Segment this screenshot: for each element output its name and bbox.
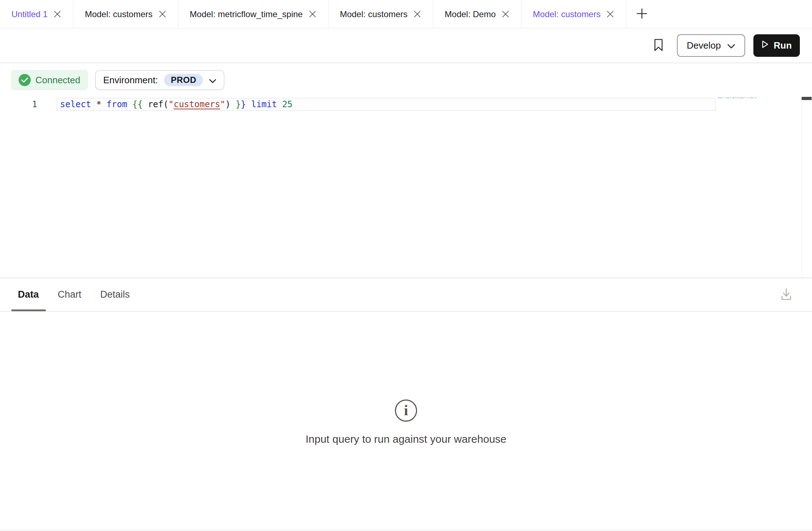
code-token: " (220, 99, 225, 109)
environment-label: Environment: (103, 75, 158, 86)
code-token: limit (251, 99, 282, 109)
code-token: select (718, 97, 724, 99)
code-token: * (96, 99, 107, 109)
code-token: {{ (730, 97, 732, 99)
bottom-divider (0, 530, 812, 530)
code-token: 25 (755, 97, 757, 99)
code-token: ) (225, 99, 236, 109)
tab-label: Model: customers (533, 9, 600, 19)
editor-minimap[interactable]: select * from {{ ref("customers") }} lim… (718, 97, 800, 99)
close-icon[interactable] (606, 10, 614, 18)
run-button-label: Run (774, 40, 792, 51)
editor-tab-5[interactable]: Model: customers (521, 0, 626, 28)
close-icon[interactable] (53, 10, 61, 18)
chevron-down-icon (727, 40, 735, 51)
chevron-down-icon (209, 75, 216, 86)
download-button[interactable] (779, 287, 793, 303)
editor-tab-0[interactable]: Untitled 1 (0, 0, 73, 28)
ref-link[interactable]: customers (174, 99, 220, 109)
environment-selector[interactable]: Environment: PROD (95, 70, 225, 90)
editor-tab-3[interactable]: Model: customers (328, 0, 433, 28)
ref-link[interactable]: customers (737, 97, 744, 99)
code-token: from (107, 99, 132, 109)
line-number: 1 (0, 98, 37, 111)
code-token: ref (148, 99, 163, 109)
code-token: } (236, 99, 241, 109)
develop-button-label: Develop (687, 40, 721, 51)
tab-label: Model: metricflow_time_spine (190, 9, 303, 19)
editor-active-line[interactable]: select * from {{ ref("customers") }} lim… (57, 98, 716, 111)
editor-tab-2[interactable]: Model: metricflow_time_spine (178, 0, 328, 28)
tab-label: Untitled 1 (11, 9, 48, 19)
info-icon: i (395, 400, 417, 422)
tab-label: Model: customers (340, 9, 407, 19)
editor-tab-1[interactable]: Model: customers (73, 0, 178, 28)
active-tab-underline (11, 309, 46, 311)
results-tab-chart[interactable]: Chart (58, 289, 81, 300)
editor-tab-bar: Untitled 1Model: customersModel: metricf… (0, 0, 812, 29)
editor-tab-4[interactable]: Model: Demo (433, 0, 521, 28)
plus-icon (636, 8, 648, 21)
code-token: {{ (132, 99, 148, 109)
run-button[interactable]: Run (753, 34, 800, 57)
connection-row: Connected Environment: PROD (11, 70, 224, 90)
environment-value-badge: PROD (164, 74, 203, 86)
download-icon (780, 287, 793, 303)
tab-label: Model: customers (85, 9, 152, 19)
close-icon[interactable] (158, 10, 167, 18)
editor-toolbar: Develop Run (0, 29, 812, 63)
code-token: from (726, 97, 730, 99)
editor-scrollbar-thumb[interactable] (802, 97, 812, 100)
bookmark-icon (654, 39, 663, 53)
code-token: } (241, 99, 251, 109)
connection-status-label: Connected (35, 75, 80, 86)
editor-scrollbar-track (802, 97, 802, 277)
info-icon-glyph: i (404, 403, 408, 418)
develop-button[interactable]: Develop (677, 34, 745, 57)
tab-label: Model: Demo (445, 9, 496, 19)
code-token: select (60, 99, 96, 109)
code-token: limit (749, 97, 754, 99)
code-token: " (168, 99, 173, 109)
code-token: 25 (282, 99, 292, 109)
check-circle-icon (19, 74, 31, 86)
play-icon (762, 40, 769, 51)
results-tab-details[interactable]: Details (100, 289, 130, 300)
close-icon[interactable] (413, 10, 421, 18)
connection-status-badge: Connected (11, 70, 88, 90)
close-icon[interactable] (501, 10, 510, 18)
new-tab-button[interactable] (626, 0, 658, 28)
close-icon[interactable] (308, 10, 317, 18)
editor-tabs: Untitled 1Model: customersModel: metricf… (0, 0, 626, 28)
results-tab-bar: DataChartDetails (0, 278, 812, 312)
bookmark-button[interactable] (654, 39, 663, 53)
code-token: ( (163, 99, 168, 109)
empty-state-message: Input query to run against your warehous… (0, 433, 812, 445)
results-tab-data[interactable]: Data (18, 289, 39, 300)
